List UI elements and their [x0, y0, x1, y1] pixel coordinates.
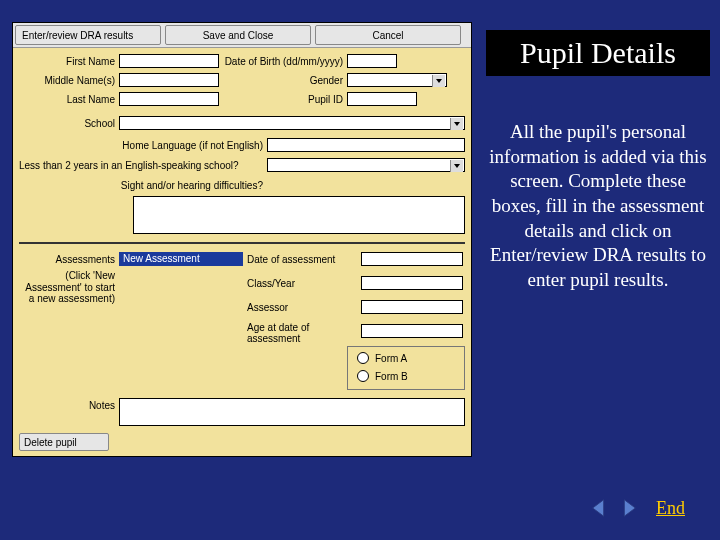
prev-slide-button[interactable] [588, 496, 612, 520]
label-dob: Date of Birth (dd/mm/yyyy) [223, 56, 343, 67]
label-class-year: Class/Year [247, 278, 357, 289]
notes-textarea[interactable] [119, 398, 465, 426]
label-gender: Gender [273, 75, 343, 86]
arrow-right-icon [617, 497, 639, 519]
label-click-hint: (Click 'New Assessment' to start a new a… [19, 270, 115, 305]
pupil-id-field[interactable] [347, 92, 417, 106]
arrow-left-icon [589, 497, 611, 519]
assessment-list-item[interactable]: New Assessment [119, 252, 243, 266]
sight-textarea[interactable] [133, 196, 465, 234]
form-a-radio[interactable]: Form A [357, 352, 407, 364]
label-form-b: Form B [375, 371, 408, 382]
page-description: All the pupil's personal information is … [486, 120, 710, 293]
label-middle-names: Middle Name(s) [19, 75, 115, 86]
delete-pupil-button[interactable]: Delete pupil [19, 433, 109, 451]
save-close-button[interactable]: Save and Close [165, 25, 311, 45]
lt2y-select[interactable] [267, 158, 465, 172]
label-notes: Notes [19, 400, 115, 411]
class-year-field[interactable] [361, 276, 463, 290]
enter-review-button[interactable]: Enter/review DRA results [15, 25, 161, 45]
label-first-name: First Name [19, 56, 115, 67]
form-b-radio[interactable]: Form B [357, 370, 408, 382]
svg-marker-1 [624, 500, 635, 517]
radio-dot-icon [357, 352, 369, 364]
slide-nav: End [588, 496, 685, 520]
toolbar: Enter/review DRA results Save and Close … [13, 23, 471, 48]
home-lang-field[interactable] [267, 138, 465, 152]
cancel-button[interactable]: Cancel [315, 25, 461, 45]
label-last-name: Last Name [19, 94, 115, 105]
label-school: School [19, 118, 115, 129]
label-assessments: Assessments [19, 254, 115, 265]
pupil-details-window: Enter/review DRA results Save and Close … [12, 22, 472, 457]
label-home-lang: Home Language (if not English) [73, 140, 263, 151]
form-area: First Name Date of Birth (dd/mm/yyyy) Mi… [13, 48, 471, 457]
middle-names-field[interactable] [119, 73, 219, 87]
label-lt2y: Less than 2 years in an English-speaking… [19, 160, 263, 171]
label-date-assess: Date of assessment [247, 254, 357, 265]
page-title: Pupil Details [486, 30, 710, 76]
assessor-field[interactable] [361, 300, 463, 314]
svg-marker-0 [593, 500, 604, 517]
label-assessor: Assessor [247, 302, 357, 313]
dob-field[interactable] [347, 54, 397, 68]
section-divider [19, 242, 465, 244]
gender-select[interactable] [347, 73, 447, 87]
last-name-field[interactable] [119, 92, 219, 106]
next-slide-button[interactable] [616, 496, 640, 520]
date-assess-field[interactable] [361, 252, 463, 266]
label-sight: Sight and/or hearing difficulties? [19, 180, 263, 191]
label-age-at: Age at date of assessment [247, 322, 357, 344]
label-form-a: Form A [375, 353, 407, 364]
first-name-field[interactable] [119, 54, 219, 68]
end-link[interactable]: End [656, 498, 685, 519]
label-pupil-id: Pupil ID [273, 94, 343, 105]
school-select[interactable] [119, 116, 465, 130]
radio-dot-icon [357, 370, 369, 382]
age-at-field[interactable] [361, 324, 463, 338]
